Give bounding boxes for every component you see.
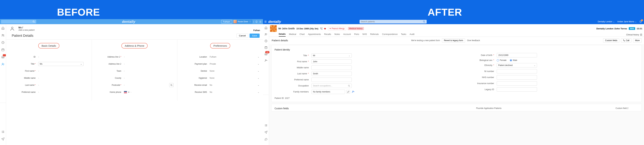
chevron-down-icon[interactable]: ⌄ (258, 77, 259, 79)
chevron-down-icon[interactable]: ⌄ (258, 70, 259, 72)
before-location-chip[interactable]: Fulham (221, 20, 232, 24)
postcode-value[interactable]: - (124, 84, 168, 86)
send-icon[interactable] (1, 138, 4, 141)
checklist-icon[interactable] (1, 130, 4, 134)
bell-icon[interactable] (639, 20, 642, 23)
tab-nhs[interactable]: NHS (362, 33, 367, 36)
add-user-icon[interactable] (264, 59, 268, 62)
home-icon[interactable] (264, 26, 268, 29)
prefname-input[interactable] (312, 78, 352, 82)
inbox-icon[interactable] (1, 56, 4, 58)
occupation-search[interactable]: Search occupations... (312, 84, 352, 88)
users-icon[interactable] (1, 34, 4, 37)
family-input[interactable]: No family members (312, 90, 345, 94)
sex-female-radio[interactable]: Female (497, 59, 506, 62)
allergy-chip[interactable]: ♥Peanut Allergy (328, 27, 346, 30)
chevron-down-icon[interactable]: ⌄ (258, 91, 259, 93)
custom-fields-button[interactable]: Custom fields (603, 38, 619, 42)
chevron-down-icon[interactable]: ⌄ (258, 56, 259, 58)
ethnicity-select[interactable]: Patient declined⌄ (497, 63, 537, 68)
tab-referrals[interactable]: Referrals (370, 33, 379, 36)
tab-appointments[interactable]: Appointments (308, 33, 321, 36)
recv-sms-value[interactable]: No (210, 91, 212, 93)
dob-input[interactable]: 15/12/1989 (497, 53, 537, 58)
header-location-practitioner: Dentally London /John Torres (596, 27, 627, 30)
dentist-value[interactable]: None (210, 70, 214, 72)
bell-icon[interactable] (255, 20, 258, 23)
middlename-input[interactable] (312, 66, 352, 70)
sex-male-radio[interactable]: Male (510, 59, 517, 62)
top-user-dropdown[interactable]: Amber Jane Morris⌄ (617, 20, 636, 23)
addr2-value[interactable]: - (124, 63, 174, 65)
top-location-dropdown[interactable]: Dentally London⌄ (598, 20, 615, 23)
settings-menu-icon[interactable] (259, 20, 262, 23)
tab-audit[interactable]: Audit (410, 33, 414, 36)
title-select[interactable]: Mr⌄ (312, 53, 352, 58)
users-icon[interactable] (264, 33, 268, 36)
clinical-history-link[interactable]: Clinical history (626, 34, 642, 36)
recv-email-value[interactable]: No (210, 84, 212, 86)
county-label: County (115, 77, 121, 79)
tab-medical[interactable]: Medical (289, 33, 296, 36)
home-icon[interactable] (1, 26, 4, 30)
checklist-icon[interactable] (264, 124, 268, 127)
title-select[interactable]: Ms ⌄ (38, 62, 84, 66)
clock-icon[interactable] (264, 39, 268, 42)
uk-flag-icon[interactable] (124, 91, 127, 93)
inbox-icon[interactable] (264, 52, 268, 56)
lastname-value[interactable]: - (38, 84, 88, 86)
town-value[interactable]: - (124, 70, 174, 72)
chevron-down-icon[interactable]: ⌄ (258, 63, 259, 65)
firstname-value[interactable]: - (38, 70, 88, 72)
prefname-value[interactable]: - (38, 91, 88, 93)
link-icon[interactable] (346, 90, 350, 94)
chevron-down-icon[interactable]: ⌄ (258, 84, 259, 86)
tab-tasks[interactable]: Tasks (401, 33, 406, 36)
more-button[interactable]: More (633, 38, 642, 42)
phone-value[interactable]: - (131, 91, 131, 93)
pref-loc-value[interactable]: Fulham (210, 56, 216, 58)
postcode-search-button[interactable] (169, 83, 174, 87)
chat-icon[interactable] (264, 138, 268, 141)
menu-icon[interactable] (264, 20, 268, 23)
heart-icon[interactable] (324, 27, 326, 30)
calendar-icon[interactable] (264, 46, 268, 49)
addr1-value[interactable]: - (124, 56, 174, 58)
middlename-value[interactable]: - (38, 77, 88, 79)
before-search-box[interactable] (1, 20, 36, 24)
plan-value[interactable]: Private (210, 63, 216, 65)
tab-account[interactable]: Account (343, 33, 351, 36)
after-search-box[interactable] (360, 20, 427, 24)
search-input[interactable] (361, 20, 423, 23)
give-feedback-link[interactable]: Give feedback (467, 39, 480, 42)
nhs-input[interactable] (497, 75, 537, 80)
before-left-rail (0, 24, 6, 145)
calendar-icon[interactable] (1, 48, 4, 51)
send-icon[interactable] (264, 130, 268, 134)
tab-recalls[interactable]: Recalls (324, 33, 331, 36)
clock-icon[interactable] (1, 41, 4, 44)
lastname-input[interactable]: Smith (312, 72, 352, 76)
medical-history-chip-label: Medical history (349, 27, 362, 30)
revert-button[interactable]: Revert to legacy form (442, 38, 465, 42)
add-user-icon[interactable] (1, 62, 4, 66)
tab-chart[interactable]: Chart (300, 33, 305, 36)
tab-details[interactable]: Details (279, 33, 286, 36)
before-user-chip[interactable]: Rosie Diver ♡ (233, 20, 252, 24)
tab-perio[interactable]: Perio (354, 33, 359, 36)
hygienist-value[interactable]: None (210, 77, 214, 79)
firstname-input[interactable]: John (312, 60, 352, 64)
save-button[interactable]: Save (250, 34, 260, 38)
tab-correspondence[interactable]: Correspondence (382, 33, 398, 36)
ni-input[interactable] (497, 69, 537, 74)
county-value[interactable]: - (124, 77, 174, 79)
tab-notes[interactable]: Notes (334, 33, 340, 36)
add-family-icon[interactable] (351, 90, 355, 94)
cancel-button[interactable]: Cancel (236, 34, 248, 38)
medical-history-chip[interactable]: Medical history (348, 27, 364, 30)
call-button[interactable]: Call (621, 38, 632, 42)
phone-out-icon[interactable] (320, 27, 322, 30)
search-icon[interactable] (423, 20, 425, 23)
insurance-input[interactable] (497, 81, 537, 86)
legacyid-input[interactable] (497, 87, 537, 92)
